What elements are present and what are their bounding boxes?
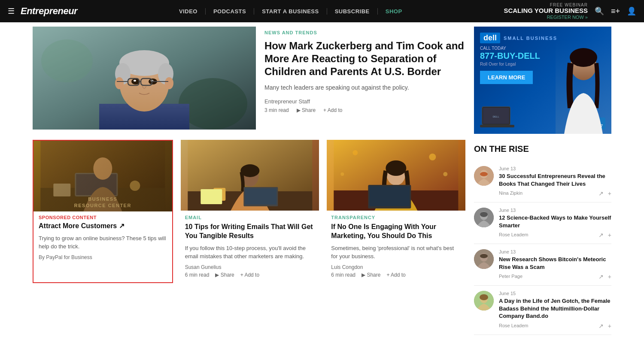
site-logo[interactable]: Entrepreneur bbox=[21, 6, 77, 17]
on-the-rise: ON THE RISE June 13 30 Successful Entrep… bbox=[474, 144, 611, 335]
rise-text-3: June 13 New Research Shows Bitcoin's Met… bbox=[499, 249, 611, 280]
sponsored-card: BUSINESS RESOURCE CENTER SPONSORED CONTE… bbox=[33, 140, 173, 283]
svg-rect-35 bbox=[245, 188, 276, 205]
svg-point-45 bbox=[353, 150, 358, 155]
svg-text:BUSINESS: BUSINESS bbox=[88, 196, 117, 202]
dell-logo: dell bbox=[480, 33, 500, 43]
nav-shop[interactable]: SHOP bbox=[378, 8, 410, 15]
rise-title-2[interactable]: 12 Science-Backed Ways to Make Yourself … bbox=[499, 214, 611, 229]
rise-item: June 13 30 Successful Entrepreneurs Reve… bbox=[474, 161, 611, 202]
webinar-register: REGISTER NOW » bbox=[504, 15, 588, 20]
email-add-btn[interactable]: + Add to bbox=[240, 272, 259, 278]
transparency-card-title[interactable]: If No One Is Engaging With Your Marketin… bbox=[331, 223, 461, 241]
rise-share-3[interactable]: ↗ bbox=[598, 273, 604, 280]
nav-subscribe[interactable]: SUBSCRIBE bbox=[327, 8, 378, 15]
svg-point-41 bbox=[386, 160, 407, 176]
svg-point-25 bbox=[93, 157, 112, 180]
rise-share-1[interactable]: ↗ bbox=[598, 190, 604, 197]
sponsored-card-image[interactable]: BUSINESS RESOURCE CENTER bbox=[33, 141, 172, 211]
rise-author-1: Nina Zipkin bbox=[499, 190, 522, 196]
hero-text-area: NEWS AND TRENDS How Mark Zuckerberg and … bbox=[264, 27, 465, 130]
email-card: EMAIL 10 Tips for Writing Emails That Wi… bbox=[181, 140, 319, 283]
rise-actions-3: ↗ + bbox=[598, 273, 611, 280]
hero-article: NEWS AND TRENDS How Mark Zuckerberg and … bbox=[33, 27, 465, 130]
sponsored-attr: By PayPal for Business bbox=[39, 254, 167, 260]
rise-add-3[interactable]: + bbox=[608, 273, 611, 280]
rise-text-1: June 13 30 Successful Entrepreneurs Reve… bbox=[499, 166, 611, 197]
nav-start-a-business[interactable]: START A BUSINESS bbox=[254, 8, 327, 15]
hero-image bbox=[33, 27, 256, 130]
main-content: NEWS AND TRENDS How Mark Zuckerberg and … bbox=[33, 27, 465, 335]
svg-point-27 bbox=[130, 181, 140, 191]
transparency-add-btn[interactable]: + Add to bbox=[386, 272, 405, 278]
hero-title[interactable]: How Mark Zuckerberg and Tim Cook and Mor… bbox=[264, 39, 465, 78]
transparency-category[interactable]: TRANSPARENCY bbox=[331, 215, 461, 220]
transparency-card-content: TRANSPARENCY If No One Is Engaging With … bbox=[327, 211, 465, 283]
rise-title-3[interactable]: New Research Shows Bitcoin's Meteoric Ri… bbox=[499, 256, 611, 271]
rise-author-3: Peter Page bbox=[499, 274, 522, 279]
user-icon[interactable]: 👤 bbox=[627, 6, 636, 16]
rise-share-2[interactable]: ↗ bbox=[598, 232, 604, 238]
dell-learn-more-btn[interactable]: LEARN MORE bbox=[480, 71, 533, 84]
svg-point-53 bbox=[570, 48, 597, 67]
rise-author-2: Rose Leadem bbox=[499, 232, 529, 237]
hero-image-bg bbox=[33, 27, 256, 130]
webinar-title: SCALING YOUR BUSINESS bbox=[504, 7, 588, 15]
svg-point-58 bbox=[480, 172, 488, 176]
nav-video[interactable]: VIDEO bbox=[171, 8, 206, 15]
transparency-card-author: Luis Congdon bbox=[331, 264, 461, 270]
hero-actions: 3 min read ▶ Share + Add to bbox=[264, 107, 465, 113]
svg-point-11 bbox=[165, 77, 173, 89]
svg-point-64 bbox=[480, 254, 488, 258]
rise-title-1[interactable]: 30 Successful Entrepreneurs Reveal the B… bbox=[499, 172, 611, 187]
search-icon[interactable]: 🔍 bbox=[595, 6, 604, 16]
rise-item: June 13 New Research Shows Bitcoin's Met… bbox=[474, 244, 611, 286]
hamburger-icon[interactable]: ☰ bbox=[8, 6, 15, 16]
rise-add-2[interactable]: + bbox=[608, 232, 611, 238]
dell-sub: SMALL BUSINESS bbox=[504, 36, 557, 41]
svg-point-61 bbox=[480, 212, 488, 217]
email-card-content: EMAIL 10 Tips for Writing Emails That Wi… bbox=[181, 211, 319, 283]
email-card-summary: If you follow this 10-step process, you'… bbox=[185, 244, 315, 261]
hero-category[interactable]: NEWS AND TRENDS bbox=[264, 30, 465, 35]
email-card-image[interactable] bbox=[181, 140, 319, 211]
rise-item: June 15 A Day in the Life of Jen Gotch, … bbox=[474, 286, 611, 335]
svg-rect-50 bbox=[480, 125, 514, 127]
transparency-share-btn[interactable]: ▶ Share bbox=[361, 272, 380, 278]
rise-share-4[interactable]: ↗ bbox=[598, 323, 604, 329]
email-share-btn[interactable]: ▶ Share bbox=[215, 272, 234, 278]
email-category[interactable]: EMAIL bbox=[185, 215, 315, 220]
hero-share-btn[interactable]: ▶ Share bbox=[297, 107, 316, 113]
transparency-card-summary: Sometimes, being 'professional' is not w… bbox=[331, 244, 461, 261]
svg-rect-23 bbox=[75, 173, 118, 196]
hero-readtime: 3 min read bbox=[264, 107, 289, 113]
add-feed-icon[interactable]: ≡+ bbox=[611, 7, 620, 16]
email-image-bg bbox=[181, 140, 319, 211]
brc-image-bg: BUSINESS RESOURCE CENTER bbox=[33, 141, 172, 211]
transparency-card-image[interactable] bbox=[327, 140, 465, 211]
svg-text:DELL: DELL bbox=[492, 115, 499, 118]
svg-point-44 bbox=[429, 154, 436, 160]
hero-add-btn[interactable]: + Add to bbox=[323, 107, 342, 113]
nav-podcasts[interactable]: PODCASTS bbox=[206, 8, 254, 15]
svg-point-46 bbox=[444, 172, 448, 176]
svg-point-54 bbox=[576, 63, 580, 66]
page-body: NEWS AND TRENDS How Mark Zuckerberg and … bbox=[26, 22, 618, 339]
sponsored-card-content: SPONSORED CONTENT Attract More Customers… bbox=[33, 211, 172, 265]
rise-avatar-2 bbox=[474, 208, 494, 227]
transparency-readtime: 6 min read bbox=[331, 272, 355, 278]
svg-rect-26 bbox=[53, 184, 70, 196]
rise-date-1: June 13 bbox=[499, 166, 611, 171]
cards-row: BUSINESS RESOURCE CENTER SPONSORED CONTE… bbox=[33, 140, 465, 283]
navbar: ☰ Entrepreneur VIDEO PODCASTS START A BU… bbox=[0, 0, 644, 22]
rise-add-4[interactable]: + bbox=[608, 323, 611, 329]
dell-ad[interactable]: dell SMALL BUSINESS CALL TODAY 877-BUY-D… bbox=[474, 27, 611, 134]
hero-summary: Many tech leaders are speaking out again… bbox=[264, 83, 465, 92]
email-card-title[interactable]: 10 Tips for Writing Emails That Will Get… bbox=[185, 223, 315, 241]
sponsored-card-title[interactable]: Attract More Customers ↗ bbox=[39, 222, 167, 231]
webinar-promo[interactable]: FREE WEBINAR SCALING YOUR BUSINESS REGIS… bbox=[504, 3, 588, 20]
rise-actions-2: ↗ + bbox=[598, 232, 611, 238]
rise-title-4[interactable]: A Day in the Life of Jen Gotch, the Fema… bbox=[499, 297, 611, 320]
rise-add-1[interactable]: + bbox=[608, 190, 611, 197]
nav-links: VIDEO PODCASTS START A BUSINESS SUBSCRIB… bbox=[171, 8, 410, 15]
